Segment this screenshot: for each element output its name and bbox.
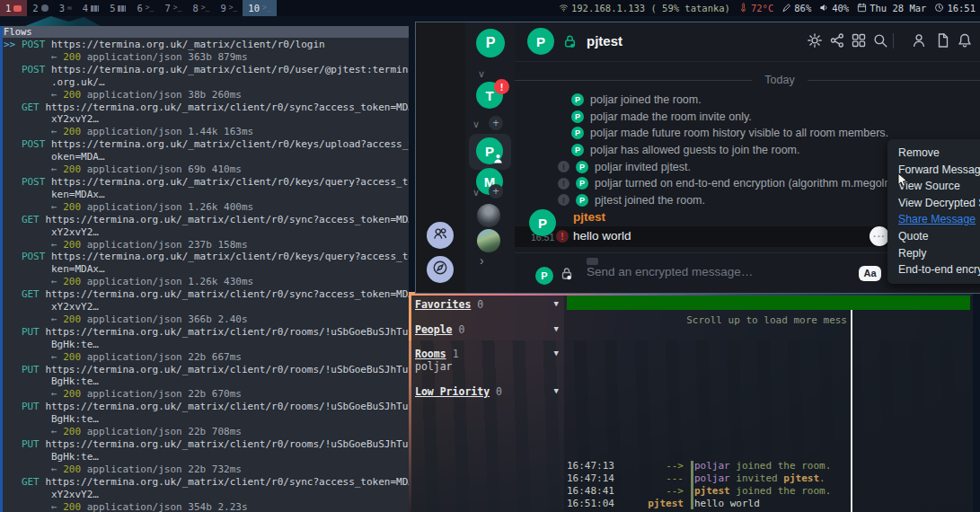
menu-item-quote[interactable]: Quote bbox=[887, 228, 980, 245]
flow-row[interactable]: POST https://termina.org.uk/_matrix/clie… bbox=[4, 176, 409, 214]
format-button[interactable]: Aa bbox=[859, 266, 881, 281]
wallpaper-mountain bbox=[25, 16, 101, 26]
room-avatar[interactable]: P bbox=[527, 28, 554, 55]
status-thermometer: 72°C bbox=[738, 3, 773, 14]
workspace-button-9[interactable]: 9>_ bbox=[215, 0, 243, 16]
search-icon[interactable] bbox=[872, 32, 888, 49]
pad bbox=[4, 89, 51, 101]
flow-row[interactable]: POST https://termina.org.uk/_matrix/clie… bbox=[4, 138, 409, 176]
menu-item-remove[interactable]: Remove bbox=[887, 145, 980, 162]
message-input[interactable] bbox=[585, 264, 813, 279]
message-options-button[interactable]: ··· bbox=[870, 226, 889, 246]
sender-name[interactable]: pjtest bbox=[573, 210, 605, 224]
flow-response-line: ← 200 application/json 22b 667ms bbox=[4, 351, 409, 364]
collapse-triangle-icon[interactable]: ▼ bbox=[554, 349, 559, 358]
buffer-section-header[interactable]: Low Priority0▼ bbox=[415, 385, 559, 398]
menu-item-reply[interactable]: Reply bbox=[887, 245, 980, 262]
file-icon[interactable] bbox=[935, 32, 951, 49]
flow-url-continuation: xY2xvY2… bbox=[4, 301, 409, 313]
expand-chevron-icon[interactable]: › bbox=[480, 254, 484, 267]
response-arrow: ← bbox=[51, 276, 63, 287]
grid-icon[interactable] bbox=[851, 32, 867, 49]
menu-item-end-to-end-encryp[interactable]: End-to-end encryp bbox=[887, 261, 980, 278]
menu-item-share-message[interactable]: Share Message bbox=[887, 211, 980, 228]
flow-row[interactable]: PUT https://termina.org.uk/_matrix/clien… bbox=[4, 438, 409, 476]
workspace-button-8[interactable]: 8>_ bbox=[187, 0, 215, 16]
response-status: 200 bbox=[63, 313, 81, 325]
response-meta: application/json 1.26k 430ms bbox=[81, 276, 253, 287]
workspace-button-1[interactable]: 1 bbox=[0, 0, 27, 16]
add-room-icon[interactable]: + bbox=[489, 184, 503, 199]
workspace-number: 8 bbox=[192, 3, 198, 13]
workspace-number: 4 bbox=[83, 3, 88, 13]
response-meta: application/json 1.44k 163ms bbox=[81, 126, 253, 137]
community-sidebar bbox=[416, 22, 465, 293]
section-name: Low Priority bbox=[415, 385, 490, 398]
response-status: 200 bbox=[63, 126, 81, 137]
add-room-icon[interactable]: + bbox=[489, 116, 503, 130]
buffer-section-header[interactable]: People0▼ bbox=[415, 323, 559, 336]
members-button[interactable] bbox=[427, 222, 454, 249]
gear-icon[interactable] bbox=[807, 32, 823, 49]
pad bbox=[4, 426, 51, 437]
pad bbox=[4, 151, 51, 163]
buffer-section-header[interactable]: Rooms1▼ bbox=[415, 348, 559, 360]
section-name: Rooms bbox=[415, 348, 446, 360]
flow-row[interactable]: GET https://termina.org.uk/_matrix/clien… bbox=[4, 476, 409, 512]
flow-row[interactable]: POST https://termina.org.uk/_matrix/clie… bbox=[4, 64, 409, 102]
response-arrow: ← bbox=[51, 426, 63, 437]
flow-row[interactable]: >> POST https://termina.org.uk/_matrix/c… bbox=[4, 39, 409, 64]
clock-icon bbox=[934, 3, 944, 14]
room-avatar-tower[interactable] bbox=[477, 204, 500, 227]
status-text: 72°C bbox=[751, 3, 773, 13]
workspace-button-5[interactable]: 5 bbox=[104, 0, 131, 16]
collapse-triangle-icon[interactable]: ▼ bbox=[554, 299, 559, 308]
flow-url: BgHk:te… bbox=[51, 339, 99, 350]
workspace-button-6[interactable]: 6>_ bbox=[131, 0, 159, 16]
chat-message-part: poljar bbox=[694, 472, 730, 484]
workspace-button-3[interactable]: 3✉ bbox=[54, 0, 77, 16]
flow-list[interactable]: >> POST https://termina.org.uk/_matrix/c… bbox=[4, 39, 409, 512]
chevron-down-icon[interactable]: ∨ bbox=[478, 69, 485, 79]
flow-response-line: ← 200 application/json 1.26k 430ms bbox=[4, 276, 409, 288]
flow-row[interactable]: GET https://termina.org.uk/_matrix/clien… bbox=[4, 102, 409, 139]
chat-prefix: --- bbox=[624, 472, 684, 485]
chevron-down-icon[interactable]: ∨ bbox=[472, 119, 480, 129]
space bbox=[45, 138, 51, 150]
section-name: People bbox=[415, 323, 453, 336]
room-avatar-earth[interactable] bbox=[477, 229, 500, 252]
status-calendar: Thu 28 Mar bbox=[857, 3, 926, 14]
person-icon[interactable] bbox=[911, 32, 927, 49]
flow-response-line: ← 200 application/json 22b 732ms bbox=[4, 463, 409, 476]
flow-row[interactable]: PUT https://termina.org.uk/_matrix/clien… bbox=[4, 326, 409, 364]
nicklist-separator bbox=[851, 310, 852, 512]
explore-button[interactable] bbox=[427, 256, 454, 283]
chat-message: poljar joined the room. bbox=[694, 460, 831, 472]
collapse-triangle-icon[interactable]: ▼ bbox=[554, 386, 559, 395]
collapse-triangle-icon[interactable]: ▼ bbox=[554, 324, 559, 333]
http-method: GET bbox=[22, 214, 40, 225]
bell-icon[interactable] bbox=[957, 32, 973, 49]
workspace-button-4[interactable]: 4 bbox=[77, 0, 104, 16]
buffer-item[interactable]: poljar bbox=[415, 360, 559, 373]
menu-item-view-decrypted-s[interactable]: View Decrypted S bbox=[887, 195, 980, 212]
flow-url: https://termina.org.uk/_matrix/client/r0… bbox=[45, 364, 409, 375]
user-avatar[interactable]: P bbox=[476, 29, 505, 57]
workspace-button-2[interactable]: 2 bbox=[27, 0, 53, 16]
share-icon[interactable] bbox=[829, 32, 845, 49]
workspace-button-7[interactable]: 7>_ bbox=[159, 0, 187, 16]
flow-url: BgHk:te… bbox=[51, 413, 99, 425]
chevron-down-icon[interactable]: ∨ bbox=[472, 188, 480, 198]
flow-row[interactable]: PUT https://termina.org.uk/_matrix/clien… bbox=[4, 401, 409, 438]
flow-row[interactable]: PUT https://termina.org.uk/_matrix/clien… bbox=[4, 364, 409, 402]
flow-row[interactable]: POST https://termina.org.uk/_matrix/clie… bbox=[4, 251, 409, 288]
response-status: 200 bbox=[63, 51, 81, 63]
buffer-section-header[interactable]: Favorites0▼ bbox=[415, 298, 559, 311]
room-avatar-panel: P ∨ T!PM ∨ + ∨ + › bbox=[465, 22, 515, 293]
sender-avatar[interactable]: P bbox=[529, 209, 556, 236]
chat-prefix: pjtest bbox=[624, 498, 684, 510]
workspace-button-10[interactable]: 10>_ bbox=[243, 0, 276, 16]
flow-row[interactable]: GET https://termina.org.uk/_matrix/clien… bbox=[4, 288, 409, 326]
response-meta: application/json 237b 158ms bbox=[81, 239, 247, 251]
flow-row[interactable]: GET https://termina.org.uk/_matrix/clien… bbox=[4, 214, 409, 252]
